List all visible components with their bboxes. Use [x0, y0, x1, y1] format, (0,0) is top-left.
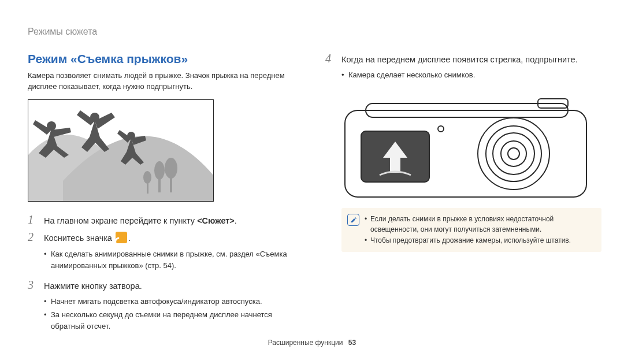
svg-point-15 [501, 141, 526, 166]
step-3-sub: Начнет мигать подсветка автофокуса/индик… [44, 296, 299, 332]
svg-point-16 [508, 148, 519, 159]
step-number: 3 [28, 278, 37, 291]
manual-page: Режимы сюжета Режим «Съемка прыжков» Кам… [0, 0, 624, 364]
svg-point-3 [165, 158, 177, 179]
note-icon [347, 214, 359, 226]
camera-illustration [341, 98, 590, 199]
content-columns: Режим «Съемка прыжков» Камера позволяет … [28, 52, 596, 333]
step-4: 4 Когда на переднем дисплее появится стр… [325, 52, 596, 66]
step-text: На главном экране перейдите к пункту <Сю… [44, 213, 237, 227]
step-text: Коснитесь значка . [44, 231, 131, 244]
bullet: Камера сделает несколько снимков. [341, 69, 596, 81]
section-title: Режим «Съемка прыжков» [28, 52, 299, 66]
note-box: Если делать снимки в прыжке в условиях н… [341, 208, 601, 252]
step-text: Когда на переднем дисплее появится стрел… [341, 52, 578, 66]
step-4-sub: Камера сделает несколько снимков. [341, 69, 596, 81]
note-bullet: Чтобы предотвратить дрожание камеры, исп… [365, 235, 595, 246]
svg-point-12 [478, 118, 549, 190]
step-text: Нажмите кнопку затвора. [44, 278, 142, 292]
bullet: За несколько секунд до съемки на передне… [44, 309, 299, 332]
page-footer: Расширенные функции 53 [0, 339, 624, 347]
section-intro: Камера позволяет снимать людей в прыжке.… [28, 70, 299, 92]
step-number: 4 [325, 52, 335, 65]
step-3: 3 Нажмите кнопку затвора. [28, 278, 299, 292]
step-text-pre: Коснитесь значка [44, 233, 114, 243]
step-number: 2 [28, 231, 37, 243]
svg-point-14 [493, 133, 534, 174]
note-bullet: Если делать снимки в прыжке в условиях н… [365, 214, 595, 235]
bullet: Как сделать анимированные снимки в прыжк… [44, 248, 299, 272]
column-right: 4 Когда на переднем дисплее появится стр… [325, 52, 596, 333]
jump-illustration [28, 99, 214, 202]
jump-mode-icon [116, 232, 127, 243]
footer-section: Расширенные функции [268, 339, 343, 347]
column-left: Режим «Съемка прыжков» Камера позволяет … [28, 52, 299, 333]
svg-point-13 [486, 126, 541, 181]
step-2: 2 Коснитесь значка . [28, 231, 299, 244]
svg-point-18 [438, 126, 444, 132]
page-number: 53 [348, 339, 356, 347]
step-text-bold: <Сюжет> [197, 216, 235, 225]
step-text-post: . [235, 216, 237, 225]
breadcrumb: Режимы сюжета [28, 27, 97, 37]
svg-point-5 [143, 171, 151, 184]
step-1: 1 На главном экране перейдите к пункту <… [28, 213, 299, 227]
svg-point-1 [154, 161, 165, 180]
step-text-post: . [128, 233, 131, 243]
step-text-pre: На главном экране перейдите к пункту [44, 216, 197, 225]
bullet: Начнет мигать подсветка автофокуса/индик… [44, 296, 299, 307]
step-2-sub: Как сделать анимированные снимки в прыжк… [44, 248, 299, 272]
step-number: 1 [28, 213, 37, 226]
